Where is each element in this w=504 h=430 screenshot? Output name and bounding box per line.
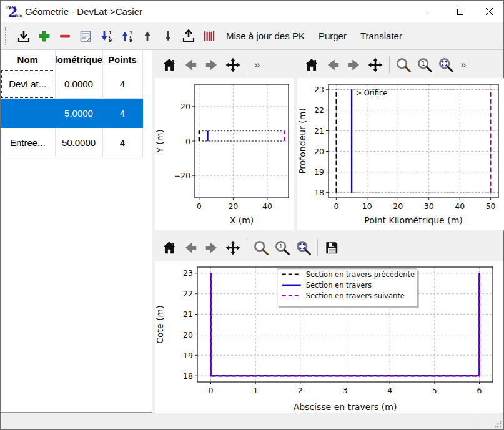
svg-text:30: 30 xyxy=(424,202,434,211)
svg-text:Section en travers précédente: Section en travers précédente xyxy=(306,270,415,279)
svg-text:20: 20 xyxy=(183,330,193,340)
add-row-button[interactable] xyxy=(34,26,54,46)
svg-text:20: 20 xyxy=(180,102,190,111)
pan-icon xyxy=(367,57,383,73)
toolbar-separator xyxy=(389,56,390,73)
forward-button[interactable] xyxy=(343,54,365,76)
plan-plot-canvas[interactable]: 02040−20020X (m)Y (m) xyxy=(155,78,294,230)
cell-pk[interactable]: 0.0000 xyxy=(55,69,102,99)
save-button[interactable] xyxy=(321,237,342,258)
table-row: DevLat... 0.0000 4 xyxy=(1,69,142,99)
cell-points[interactable]: 4 xyxy=(102,99,142,128)
back-button[interactable] xyxy=(322,54,343,76)
home-icon xyxy=(161,240,177,256)
back-button[interactable] xyxy=(180,54,201,76)
svg-text:9: 9 xyxy=(129,37,132,43)
cell-points[interactable]: 4 xyxy=(102,128,142,157)
svg-text:21: 21 xyxy=(183,310,193,319)
zoom-fit-button[interactable] xyxy=(293,237,314,258)
resize-grip[interactable] xyxy=(493,419,502,428)
toolbar-separator xyxy=(247,56,247,73)
zoom-one-button[interactable]: 1 xyxy=(414,54,435,76)
pan-button[interactable] xyxy=(222,237,244,258)
cell-points[interactable]: 4 xyxy=(102,69,142,99)
pan-button[interactable] xyxy=(222,54,244,76)
svg-text:Point Kilométrique (m): Point Kilométrique (m) xyxy=(364,215,463,225)
svg-text:23: 23 xyxy=(314,85,324,94)
toolbar-overflow-button[interactable]: ›› xyxy=(458,59,467,71)
content-area: Nom Kilométrique Points DevLat... 0.0000… xyxy=(1,50,503,413)
update-pk-button[interactable]: Mise à jour des PK xyxy=(219,26,312,46)
import-button[interactable] xyxy=(13,26,34,46)
move-up-icon xyxy=(140,29,155,44)
home-button[interactable] xyxy=(159,54,180,76)
svg-text:6: 6 xyxy=(477,386,482,395)
zoom-button[interactable] xyxy=(393,54,414,76)
svg-text:Abscisse en travers (m): Abscisse en travers (m) xyxy=(294,402,397,412)
sort-descending-button[interactable]: 1 9 xyxy=(96,26,116,46)
pan-button[interactable] xyxy=(365,54,386,76)
purge-button[interactable]: Purger xyxy=(312,26,353,46)
forward-button[interactable] xyxy=(201,237,222,258)
pan-icon xyxy=(225,240,241,256)
import-icon xyxy=(16,29,31,44)
sort-ascending-button[interactable]: 1 9 xyxy=(116,26,137,46)
close-button[interactable] xyxy=(475,1,503,22)
table-row: Entree... 50.0000 4 xyxy=(1,128,142,157)
svg-text:1: 1 xyxy=(109,30,112,36)
close-icon xyxy=(485,7,493,16)
home-button[interactable] xyxy=(159,237,180,258)
svg-text:Y (m): Y (m) xyxy=(155,129,165,154)
cell-pk[interactable]: 5.0000 xyxy=(55,99,102,128)
svg-text:18: 18 xyxy=(314,188,324,197)
chart-svg: 0123456181920212223Abscisse en travers (… xyxy=(155,261,503,414)
svg-text:0: 0 xyxy=(209,386,214,395)
app-icon: PAM 2 HYR xyxy=(6,5,20,19)
svg-text:Section en travers: Section en travers xyxy=(306,281,372,290)
zoom-one-button[interactable]: 1 xyxy=(272,237,293,258)
move-down-button[interactable] xyxy=(157,26,178,46)
svg-text:> Orifice: > Orifice xyxy=(356,89,388,97)
edit-notes-button[interactable] xyxy=(75,26,96,46)
table-row-selected: 5.0000 4 xyxy=(1,99,142,128)
toolbar-separator xyxy=(317,239,318,256)
minimize-button[interactable] xyxy=(417,1,446,22)
move-down-icon xyxy=(161,29,175,44)
svg-text:9: 9 xyxy=(109,37,112,43)
zoom-fit-button[interactable] xyxy=(435,54,457,76)
profile-card: 1 ›› 01020304050181920212223Point Kilomé… xyxy=(297,51,504,230)
forward-icon xyxy=(204,57,220,73)
svg-text:−20: −20 xyxy=(174,171,190,180)
delete-icon xyxy=(57,29,72,44)
profile-toolbar: 1 ›› xyxy=(297,51,504,78)
toolbar-overflow-button[interactable]: ›› xyxy=(252,59,261,71)
svg-text:23: 23 xyxy=(183,268,193,278)
cell-nom[interactable] xyxy=(1,99,55,128)
column-header-kilometrique[interactable]: Kilométrique xyxy=(55,50,102,69)
export-button[interactable] xyxy=(178,26,199,46)
home-button[interactable] xyxy=(301,54,322,76)
minimize-icon xyxy=(428,8,435,16)
forward-button[interactable] xyxy=(201,54,222,76)
svg-text:Profondeur (m): Profondeur (m) xyxy=(297,108,307,174)
translate-button[interactable]: Translater xyxy=(353,26,409,46)
column-header-nom[interactable]: Nom xyxy=(1,50,55,69)
svg-text:Cote (m): Cote (m) xyxy=(155,305,165,343)
toolbar-separator xyxy=(247,239,247,256)
cell-nom[interactable]: DevLat... xyxy=(1,69,55,99)
svg-text:1: 1 xyxy=(279,243,283,250)
cell-nom[interactable]: Entree... xyxy=(1,128,55,157)
cross-section-plot-canvas[interactable]: 0123456181920212223Abscisse en travers (… xyxy=(155,261,503,417)
svg-text:1: 1 xyxy=(129,30,132,36)
cell-pk[interactable]: 50.0000 xyxy=(55,128,102,157)
maximize-button[interactable] xyxy=(446,1,475,22)
move-up-button[interactable] xyxy=(137,26,157,46)
update-stripes-button[interactable] xyxy=(199,26,219,46)
profile-plot-canvas[interactable]: 01020304050181920212223Point Kilométriqu… xyxy=(297,78,504,230)
toolbar-drag-handle[interactable] xyxy=(5,27,9,45)
column-header-points[interactable]: Points xyxy=(102,50,142,69)
zoom-button[interactable] xyxy=(250,237,272,258)
svg-text:50: 50 xyxy=(486,202,496,211)
back-button[interactable] xyxy=(180,237,201,258)
delete-row-button[interactable] xyxy=(54,26,75,46)
